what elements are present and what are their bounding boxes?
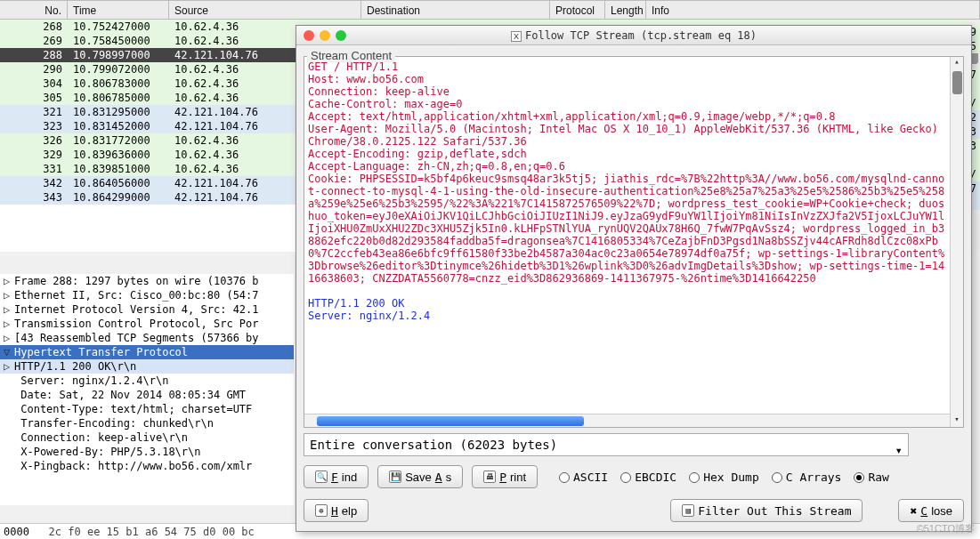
chevron-down-icon: ▾ <box>895 439 903 461</box>
stream-vscrollbar[interactable]: ▴▾ <box>950 57 963 427</box>
tree-line[interactable]: Connection: keep-alive\r\n <box>0 430 294 445</box>
search-icon: 🔍 <box>315 471 328 483</box>
watermark: ©51CTO博客 <box>917 522 975 535</box>
packet-detail-tree[interactable]: ▷Frame 288: 1297 bytes on wire (10376 b▷… <box>0 274 294 505</box>
hex-bytes: 2c f0 ee 15 b1 a6 54 75 d0 00 bc <box>49 526 255 538</box>
tree-line[interactable]: ▷Transmission Control Protocol, Src Por <box>0 317 294 331</box>
filter-out-button[interactable]: ▤Filter Out This Stream <box>670 499 863 522</box>
radio-icon <box>559 472 570 483</box>
button-row-1: 🔍Find 💾Save As 🖶Print ASCIIEBCDICHex Dum… <box>304 463 964 490</box>
tree-line[interactable]: ▷[43 Reassembled TCP Segments (57366 by <box>0 331 294 345</box>
col-header-info[interactable]: Info <box>646 1 980 19</box>
radio-icon <box>689 472 700 483</box>
col-header-source[interactable]: Source <box>169 1 361 19</box>
tree-line[interactable]: Content-Type: text/html; charset=UTF <box>0 402 294 416</box>
col-header-no[interactable]: No. <box>0 1 68 19</box>
filter-icon: ▤ <box>682 504 694 517</box>
encoding-radio-group: ASCIIEBCDICHex DumpC ArraysRaw <box>559 471 889 484</box>
tree-line[interactable]: Transfer-Encoding: chunked\r\n <box>0 416 294 430</box>
stream-content-label: Stream Content <box>307 49 395 62</box>
stream-content-box: GET / HTTP/1.1 Host: www.bo56.com Connec… <box>304 56 964 428</box>
floppy-icon: 💾 <box>389 471 401 483</box>
tree-line[interactable]: Date: Sat, 22 Nov 2014 08:05:34 GMT <box>0 388 294 402</box>
x-icon: ✖ <box>910 504 917 518</box>
col-header-destination[interactable]: Destination <box>361 1 550 19</box>
stream-hscrollbar[interactable] <box>304 414 950 427</box>
lifebuoy-icon: ⊕ <box>315 504 328 517</box>
conversation-select[interactable]: Entire conversation (62023 bytes) ▾ <box>304 433 909 456</box>
radio-icon <box>854 472 864 483</box>
encoding-option-raw[interactable]: Raw <box>854 471 888 484</box>
tree-line[interactable]: ▷Frame 288: 1297 bytes on wire (10376 b <box>0 274 294 288</box>
dialog-title: XFollow TCP Stream (tcp.stream eq 18) <box>296 26 971 46</box>
tree-line[interactable]: ▷Ethernet II, Src: Cisco_00:bc:80 (54:7 <box>0 288 294 302</box>
response-text: HTTP/1.1 200 OK Server: nginx/1.2.4 <box>308 297 430 322</box>
window-close-icon[interactable] <box>304 30 314 41</box>
radio-icon <box>772 472 782 483</box>
save-as-button[interactable]: 💾Save As <box>377 465 463 488</box>
printer-icon: 🖶 <box>483 471 496 483</box>
request-text: GET / HTTP/1.1 Host: www.bo56.com Connec… <box>308 60 944 285</box>
encoding-option-c-arrays[interactable]: C Arrays <box>772 471 842 484</box>
stream-text[interactable]: GET / HTTP/1.1 Host: www.bo56.com Connec… <box>308 60 947 411</box>
packet-list-header: No. Time Source Destination Protocol Len… <box>0 0 980 20</box>
tree-line[interactable]: X-Pingback: http://www.bo56.com/xmlr <box>0 459 294 473</box>
tree-line[interactable]: ▷HTTP/1.1 200 OK\r\n <box>0 359 294 374</box>
print-button[interactable]: 🖶Print <box>472 465 538 488</box>
follow-tcp-stream-dialog: XFollow TCP Stream (tcp.stream eq 18) St… <box>296 25 972 532</box>
tree-line[interactable]: X-Powered-By: PHP/5.3.18\r\n <box>0 445 294 459</box>
conversation-row: Entire conversation (62023 bytes) ▾ <box>304 433 964 458</box>
tree-line[interactable]: Server: nginx/1.2.4\r\n <box>0 374 294 388</box>
col-header-length[interactable]: Length <box>605 1 646 19</box>
window-zoom-icon[interactable] <box>336 30 346 41</box>
tree-line[interactable]: ▷Internet Protocol Version 4, Src: 42.1 <box>0 302 294 317</box>
col-header-protocol[interactable]: Protocol <box>550 1 605 19</box>
packet-hscrollbar[interactable] <box>4 258 292 272</box>
window-minimize-icon[interactable] <box>320 30 330 41</box>
x11-icon: X <box>511 31 522 42</box>
encoding-option-ascii[interactable]: ASCII <box>559 471 608 484</box>
close-button[interactable]: ✖Close <box>898 499 964 522</box>
col-header-time[interactable]: Time <box>68 1 169 19</box>
find-button[interactable]: 🔍Find <box>304 465 369 488</box>
help-button[interactable]: ⊕Help <box>304 499 369 522</box>
button-row-2: ⊕Help ▤Filter Out This Stream ✖Close <box>304 497 964 524</box>
dialog-titlebar[interactable]: XFollow TCP Stream (tcp.stream eq 18) <box>296 26 971 45</box>
encoding-option-ebcdic[interactable]: EBCDIC <box>620 471 676 484</box>
radio-icon <box>620 472 631 483</box>
hex-offset: 0000 <box>4 526 29 538</box>
tree-line[interactable]: ▽Hypertext Transfer Protocol <box>0 345 294 359</box>
encoding-option-hex-dump[interactable]: Hex Dump <box>689 471 759 484</box>
